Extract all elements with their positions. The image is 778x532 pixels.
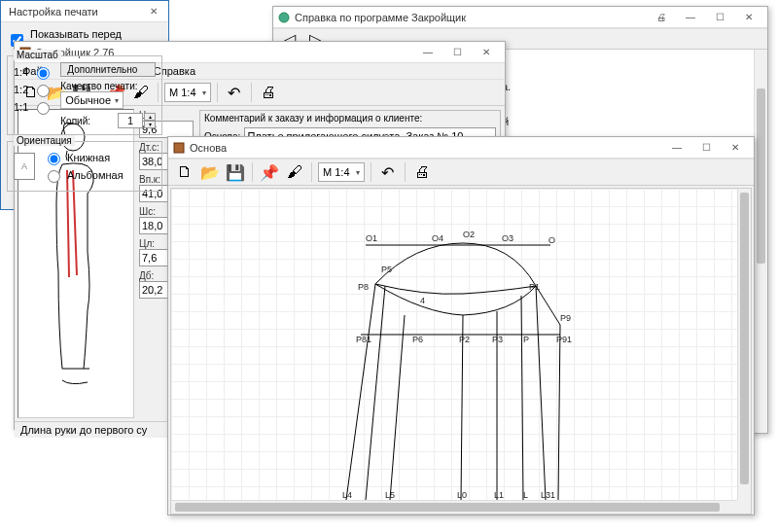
- chevron-down-icon: ▾: [202, 89, 206, 97]
- close-button[interactable]: ✕: [143, 2, 164, 21]
- open-icon[interactable]: 📂: [199, 161, 221, 183]
- point-label: 4: [420, 296, 425, 305]
- brush-icon[interactable]: 🖌: [284, 161, 305, 183]
- group-legend: Масштаб: [14, 50, 61, 60]
- separator: [311, 162, 312, 182]
- radio-label: 1:2: [14, 84, 28, 95]
- comment-header: Комментарий к заказу и информация о клие…: [204, 113, 496, 124]
- page-orientation-icon: A: [14, 153, 35, 180]
- point-label: O1: [366, 233, 377, 243]
- help-title: Справка по программе Закройщик: [295, 12, 647, 23]
- portrait-radio[interactable]: [48, 153, 60, 165]
- scroll-thumb[interactable]: [757, 89, 765, 264]
- print-icon[interactable]: 🖨: [258, 82, 279, 103]
- group-legend: Ориентация: [14, 135, 75, 146]
- point-label: O3: [502, 233, 513, 243]
- quality-value: Обычное: [65, 94, 111, 106]
- save-icon[interactable]: 💾: [225, 161, 246, 183]
- point-label: L1: [494, 490, 504, 500]
- point-label: P: [523, 335, 529, 344]
- scale-1-4-radio[interactable]: [37, 67, 50, 80]
- extra-button[interactable]: Дополнительно: [60, 62, 156, 77]
- point-label: L0: [457, 490, 467, 500]
- quality-label: Качество печати:: [60, 81, 156, 91]
- print-title: Настройка печати: [5, 6, 143, 18]
- scale-1-2-radio[interactable]: [37, 85, 50, 97]
- pattern-vscroll[interactable]: [737, 189, 751, 500]
- quality-combo[interactable]: Обычное ▾: [60, 91, 124, 109]
- close-button[interactable]: ✕: [472, 43, 501, 62]
- point-label: P2: [459, 335, 470, 344]
- separator: [251, 83, 252, 102]
- scale-1-1-radio[interactable]: [37, 102, 50, 115]
- undo-icon[interactable]: ↶: [224, 82, 245, 103]
- spin-down-icon[interactable]: ▾: [144, 121, 156, 128]
- scale-selector[interactable]: M 1:4 ▾: [318, 162, 365, 182]
- separator: [217, 83, 218, 102]
- pattern-title: Основа: [190, 142, 662, 154]
- separator: [405, 162, 406, 182]
- orientation-group: Ориентация A Книжная Альбомная: [7, 141, 162, 192]
- help-print-icon[interactable]: 🖨: [647, 8, 676, 27]
- chevron-down-icon: ▾: [356, 168, 360, 177]
- radio-label: Альбомная: [67, 169, 124, 181]
- pattern-titlebar[interactable]: Основа — ☐ ✕: [168, 137, 754, 159]
- maximize-button[interactable]: ☐: [705, 8, 734, 27]
- print-dialog: Настройка печати ✕ Показывать перед печа…: [0, 0, 169, 210]
- point-label: O2: [463, 230, 475, 239]
- pattern-window: Основа — ☐ ✕ 🗋 📂 💾 📌 🖌 M 1:4 ▾ ↶ 🖨: [167, 136, 755, 515]
- svg-point-0: [279, 13, 289, 22]
- scale-label: M 1:4: [169, 87, 196, 98]
- minimize-button[interactable]: —: [676, 8, 705, 27]
- minimize-button[interactable]: —: [413, 43, 442, 62]
- minimize-button[interactable]: —: [662, 138, 691, 158]
- svg-rect-5: [174, 143, 184, 153]
- point-label: O: [548, 235, 555, 245]
- point-label: P9: [560, 313, 571, 323]
- point-label: P81: [356, 335, 371, 344]
- point-label: L5: [385, 490, 395, 500]
- chevron-down-icon: ▾: [115, 96, 119, 105]
- maximize-button[interactable]: ☐: [691, 138, 721, 158]
- copies-input[interactable]: [118, 113, 143, 128]
- point-label: O4: [432, 233, 443, 243]
- help-app-icon: [277, 11, 291, 24]
- close-button[interactable]: ✕: [734, 8, 763, 27]
- separator: [371, 162, 371, 182]
- pattern-hscroll[interactable]: [171, 500, 737, 514]
- point-label: P6: [412, 335, 423, 344]
- point-label: L: [523, 490, 528, 500]
- pin-icon[interactable]: 📌: [259, 161, 280, 183]
- help-scrollbar[interactable]: [754, 50, 767, 425]
- new-icon[interactable]: 🗋: [174, 161, 195, 183]
- maximize-button[interactable]: ☐: [442, 43, 472, 62]
- point-label: P91: [556, 335, 572, 344]
- copies-label: Копий:: [60, 116, 90, 126]
- point-label: P5: [381, 265, 392, 274]
- resize-grip[interactable]: [737, 500, 751, 514]
- separator: [252, 162, 253, 182]
- close-button[interactable]: ✕: [721, 138, 750, 158]
- point-label: P1: [529, 282, 540, 292]
- scale-selector[interactable]: M 1:4 ▾: [164, 83, 211, 102]
- help-titlebar[interactable]: Справка по программе Закройщик 🖨 — ☐ ✕: [273, 7, 767, 28]
- pattern-canvas[interactable]: O1 O4 O2 O3 O P5 P8 4 P1 P9 P81 P6 P2 P3…: [170, 188, 752, 514]
- pattern-app-icon: [172, 141, 186, 155]
- radio-label: 1:1: [14, 101, 28, 113]
- point-label: P8: [358, 282, 369, 292]
- scale-label: M 1:4: [323, 166, 350, 178]
- scroll-thumb[interactable]: [175, 503, 720, 512]
- spin-up-icon[interactable]: ▴: [144, 113, 156, 121]
- undo-icon[interactable]: ↶: [377, 161, 399, 183]
- landscape-radio[interactable]: [48, 170, 60, 183]
- pattern-toolbar: 🗋 📂 💾 📌 🖌 M 1:4 ▾ ↶ 🖨: [168, 159, 754, 186]
- point-label: L31: [541, 490, 555, 500]
- radio-label: 1:4: [14, 66, 28, 78]
- point-label: P3: [492, 335, 503, 344]
- print-icon[interactable]: 🖨: [411, 161, 433, 183]
- radio-label: Книжная: [67, 152, 110, 163]
- point-label: L4: [342, 490, 352, 500]
- scroll-thumb[interactable]: [740, 193, 749, 484]
- scale-group: Масштаб 1:4 1:2 1:1 Дополнительно Качест…: [7, 55, 162, 135]
- print-titlebar[interactable]: Настройка печати ✕: [1, 1, 168, 22]
